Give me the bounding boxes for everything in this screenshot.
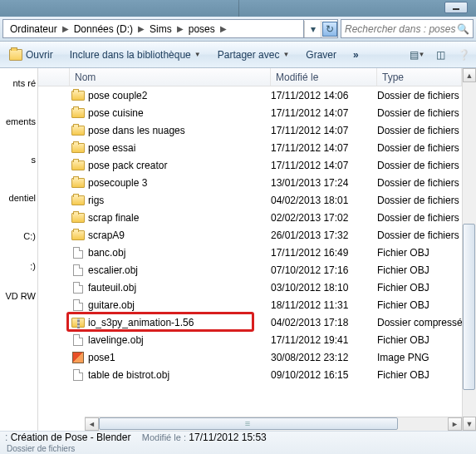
column-header-name[interactable]: Nom	[70, 68, 271, 86]
chevron-right-icon[interactable]: ▶	[61, 24, 71, 33]
scroll-right-button[interactable]: ►	[448, 417, 462, 431]
file-row[interactable]: pose dans les nuages17/11/2012 14:07Doss…	[38, 121, 462, 139]
sidebar-item[interactable]: dentiel	[0, 183, 37, 213]
file-name: rigs	[86, 195, 271, 206]
file-name: scrapA9	[86, 229, 271, 241]
file-row[interactable]: pose couple217/11/2012 14:06Dossier de f…	[38, 86, 462, 104]
column-header-modified[interactable]: Modifié le	[271, 68, 377, 86]
folder-icon	[70, 143, 86, 153]
sidebar-item[interactable]: s	[0, 145, 37, 175]
refresh-button[interactable]: ↻	[321, 21, 337, 37]
file-modified: 18/11/2012 11:31	[271, 299, 377, 311]
window-titlebar	[0, 0, 476, 17]
scroll-left-button[interactable]: ◄	[85, 417, 99, 431]
chevron-right-icon[interactable]: ▶	[218, 24, 228, 33]
search-icon: 🔍	[457, 23, 469, 35]
file-type: Dossier de fichiers	[377, 90, 462, 101]
minimize-button[interactable]	[444, 2, 468, 13]
file-name: banc.obj	[86, 247, 271, 259]
share-with-button[interactable]: Partager avec ▼	[213, 47, 294, 63]
file-row[interactable]: scrapA926/01/2013 17:32Dossier de fichie…	[38, 226, 462, 244]
navigation-sidebar[interactable]: nts réementssdentielC:):)VD RW	[0, 68, 38, 431]
sidebar-item[interactable]: C:)	[0, 221, 37, 251]
file-modified: 13/01/2013 17:24	[271, 177, 377, 189]
file-name: guitare.obj	[86, 299, 271, 311]
horizontal-scrollbar[interactable]: ◄ ►	[85, 417, 462, 431]
scroll-up-button[interactable]: ▲	[463, 68, 476, 82]
file-list[interactable]: pose couple217/11/2012 14:06Dossier de f…	[38, 86, 462, 417]
file-modified: 02/02/2013 17:02	[271, 212, 377, 224]
file-type: Fichier OBJ	[377, 264, 462, 276]
breadcrumb-segment[interactable]: poses	[185, 20, 218, 37]
column-header-type[interactable]: Type	[377, 68, 462, 86]
file-modified: 09/10/2012 16:15	[271, 369, 377, 381]
chevrons-right-icon: »	[353, 49, 356, 61]
chevron-right-icon[interactable]: ▶	[175, 24, 185, 33]
sidebar-item[interactable]: nts ré	[0, 68, 37, 98]
file-name: posecouple 3	[86, 177, 271, 189]
scroll-track[interactable]	[99, 417, 448, 431]
file-modified: 17/11/2012 14:06	[271, 90, 377, 101]
file-modified: 04/02/2013 17:18	[271, 317, 377, 328]
chevron-down-icon: ▼	[282, 51, 289, 58]
file-row[interactable]: fauteuil.obj03/10/2012 18:10Fichier OBJ	[38, 279, 462, 296]
file-row[interactable]: io_s3py_animation-1.5604/02/2013 17:18Do…	[38, 313, 462, 331]
toolbar-overflow-button[interactable]: »	[349, 47, 360, 63]
view-options-button[interactable]: ▤ ▼	[410, 48, 424, 62]
preview-pane-button[interactable]: ◫	[433, 48, 448, 62]
file-modified: 17/11/2012 19:41	[271, 334, 377, 346]
scroll-thumb[interactable]	[99, 417, 398, 430]
scroll-thumb[interactable]	[463, 224, 475, 390]
chevron-right-icon[interactable]: ▶	[136, 24, 146, 33]
search-input[interactable]: Rechercher dans : poses 🔍	[341, 19, 474, 38]
file-type: Dossier de fichiers	[377, 229, 462, 241]
help-button[interactable]: ❔	[456, 48, 471, 62]
file-name: pose dans les nuages	[86, 125, 271, 136]
scroll-down-button[interactable]: ▼	[463, 417, 476, 431]
breadcrumb-segment[interactable]: Données (D:)	[71, 20, 136, 37]
file-row[interactable]: pose cuisine17/11/2012 14:07Dossier de f…	[38, 104, 462, 121]
file-type: Dossier de fichiers	[377, 142, 462, 154]
preview-prefix: :	[5, 432, 11, 443]
sidebar-item[interactable]: :)	[0, 251, 37, 281]
history-dropdown-button[interactable]: ▾	[304, 21, 321, 37]
file-row[interactable]: pose130/08/2012 23:12Image PNG	[38, 348, 462, 366]
folder-icon	[70, 213, 86, 223]
open-button[interactable]: Ouvrir	[5, 47, 57, 63]
file-row[interactable]: escalier.obj07/10/2012 17:16Fichier OBJ	[38, 261, 462, 279]
details-modified-label: Modifié le :	[142, 432, 186, 442]
breadcrumb-segment[interactable]: Sims	[146, 20, 175, 37]
file-type: Fichier OBJ	[377, 299, 462, 311]
chevron-down-icon: ▼	[194, 51, 201, 58]
column-headers: Nom Modifié le Type	[38, 68, 462, 86]
file-row[interactable]: table de bistrot.obj09/10/2012 16:15Fich…	[38, 366, 462, 383]
file-icon	[70, 299, 86, 311]
breadcrumb[interactable]: Ordinateur▶Données (D:)▶Sims▶poses▶	[2, 19, 304, 38]
file-row[interactable]: pose essai17/11/2012 14:07Dossier de fic…	[38, 139, 462, 156]
file-row[interactable]: banc.obj17/11/2012 16:49Fichier OBJ	[38, 244, 462, 261]
file-row[interactable]: scrap finale02/02/2013 17:02Dossier de f…	[38, 209, 462, 226]
file-type: Fichier OBJ	[377, 369, 462, 381]
scroll-track[interactable]	[463, 82, 476, 417]
sidebar-item[interactable]: VD RW	[0, 281, 37, 311]
file-row[interactable]: lavelinge.obj17/11/2012 19:41Fichier OBJ	[38, 331, 462, 348]
file-type: Fichier OBJ	[377, 334, 462, 346]
folder-icon	[70, 108, 86, 118]
file-row[interactable]: posecouple 313/01/2013 17:24Dossier de f…	[38, 174, 462, 191]
file-row[interactable]: rigs04/02/2013 18:01Dossier de fichiers	[38, 191, 462, 209]
file-icon	[70, 247, 86, 259]
sidebar-item[interactable]: ements	[0, 106, 37, 136]
include-library-button[interactable]: Inclure dans la bibliothèque ▼	[66, 47, 205, 63]
file-type: Image PNG	[377, 352, 462, 363]
burn-button[interactable]: Graver	[302, 47, 341, 63]
file-name: scrap finale	[86, 212, 271, 224]
details-pane: : Création de Pose - Blender Modifié le …	[0, 431, 476, 454]
file-pane: Nom Modifié le Type pose couple217/11/20…	[38, 68, 476, 431]
vertical-scrollbar[interactable]: ▲ ▼	[462, 68, 476, 431]
address-buttons: ▾ ↻	[304, 19, 338, 38]
breadcrumb-segment[interactable]: Ordinateur	[7, 20, 61, 37]
file-row[interactable]: guitare.obj18/11/2012 11:31Fichier OBJ	[38, 296, 462, 313]
file-type: Dossier de fichiers	[377, 160, 462, 171]
file-row[interactable]: pose pack creator17/11/2012 14:07Dossier…	[38, 156, 462, 174]
file-icon	[70, 369, 86, 381]
